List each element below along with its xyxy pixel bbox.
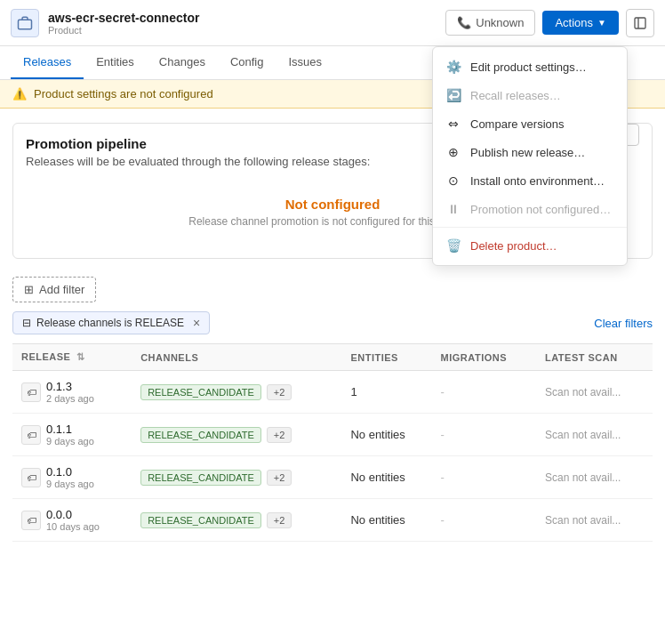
pause-icon: ⏸ [445, 202, 461, 216]
compare-icon: ⇔ [445, 117, 461, 131]
cell-release: 🏷 0.0.0 10 days ago [12, 499, 132, 542]
channel-badge: RELEASE_CANDIDATE [140, 512, 261, 528]
cell-entities: No entities [341, 414, 431, 456]
col-migrations: MIGRATIONS [432, 344, 536, 371]
menu-item-compare-versions[interactable]: ⇔Compare versions [433, 109, 627, 138]
table-row[interactable]: 🏷 0.1.1 9 days ago RELEASE_CANDIDATE+2No… [12, 414, 653, 456]
tab-releases[interactable]: Releases [11, 46, 84, 79]
channels-extra-badge: +2 [267, 512, 292, 528]
cell-latest-scan: Scan not avail... [536, 499, 653, 542]
cell-release: 🏷 0.1.0 9 days ago [12, 456, 132, 499]
clear-filters-button[interactable]: Clear filters [594, 317, 653, 330]
chevron-down-icon: ▼ [597, 18, 606, 28]
actions-button[interactable]: Actions ▼ [542, 11, 619, 35]
add-filter-button[interactable]: ⊞ Add filter [12, 277, 96, 302]
warning-icon: ⚠️ [12, 87, 27, 101]
sort-icon[interactable]: ⇅ [76, 351, 85, 362]
releases-table: RELEASE ⇅ CHANNELS ENTITIES MIGRATIONS L… [12, 343, 653, 542]
release-tag-icon: 🏷 [21, 382, 41, 402]
menu-item-edit-settings[interactable]: ⚙️Edit product settings… [433, 52, 627, 81]
cell-latest-scan: Scan not avail... [536, 371, 653, 414]
menu-item-label: Install onto environment… [470, 174, 605, 188]
product-name: aws-ecr-secret-connector [48, 11, 199, 25]
tab-config[interactable]: Config [218, 46, 276, 79]
filter-chip: ⊟ Release channels is RELEASE × [12, 311, 210, 334]
menu-item-delete-product[interactable]: 🗑️Delete product… [433, 231, 627, 260]
menu-item-publish-release[interactable]: ⊕Publish new release… [433, 138, 627, 166]
not-configured-label: Not configured [285, 197, 381, 212]
cell-migrations: - [432, 456, 536, 499]
sidebar-toggle-button[interactable] [626, 9, 654, 37]
unknown-label: Unknown [476, 16, 524, 29]
release-version: 0.1.3 [46, 380, 94, 393]
cell-channels: RELEASE_CANDIDATE+2 [132, 499, 341, 542]
filter-icon-small: ⊟ [22, 317, 31, 329]
cell-migrations: - [432, 414, 536, 456]
actions-dropdown-menu: ⚙️Edit product settings…↩️Recall release… [432, 46, 628, 266]
recall-icon: ↩️ [445, 88, 461, 102]
add-filter-label: Add filter [39, 283, 84, 296]
cell-channels: RELEASE_CANDIDATE+2 [132, 371, 341, 414]
actions-label: Actions [555, 16, 593, 29]
menu-item-promotion: ⏸Promotion not configured… [433, 195, 627, 223]
col-latest-scan: LATEST SCAN [536, 344, 653, 371]
svg-rect-0 [19, 20, 32, 29]
cell-migrations: - [432, 371, 536, 414]
cell-entities: 1 [341, 371, 431, 414]
product-icon [11, 9, 39, 37]
publish-icon: ⊕ [445, 145, 461, 159]
table-header-row: RELEASE ⇅ CHANNELS ENTITIES MIGRATIONS L… [12, 344, 653, 371]
menu-item-label: Promotion not configured… [470, 203, 611, 216]
svg-rect-1 [635, 18, 645, 28]
menu-item-recall-releases: ↩️Recall releases… [433, 81, 627, 109]
channels-extra-badge: +2 [267, 384, 292, 400]
release-tag-icon: 🏷 [21, 511, 41, 530]
filter-icon: ⊞ [24, 283, 34, 296]
table-row[interactable]: 🏷 0.0.0 10 days ago RELEASE_CANDIDATE+2N… [12, 499, 653, 542]
cell-migrations: - [432, 499, 536, 542]
menu-item-label: Recall releases… [470, 89, 561, 102]
release-version: 0.0.0 [46, 508, 100, 521]
filter-bar: ⊞ Add filter [12, 277, 653, 302]
gear-icon: ⚙️ [445, 60, 461, 74]
menu-item-label: Delete product… [470, 239, 557, 253]
product-subtitle: Product [48, 25, 199, 36]
table-row[interactable]: 🏷 0.1.3 2 days ago RELEASE_CANDIDATE+21-… [12, 371, 653, 414]
menu-divider [433, 227, 627, 228]
trash-icon: 🗑️ [445, 238, 461, 253]
install-icon: ⊙ [445, 173, 461, 188]
channel-badge: RELEASE_CANDIDATE [140, 470, 261, 486]
cell-release: 🏷 0.1.1 9 days ago [12, 414, 132, 456]
phone-icon: 📞 [457, 16, 471, 29]
release-date: 10 days ago [46, 521, 100, 532]
release-version: 0.1.0 [46, 465, 94, 479]
cell-latest-scan: Scan not avail... [536, 456, 653, 499]
tab-changes[interactable]: Changes [147, 46, 218, 79]
release-date: 9 days ago [46, 479, 94, 489]
unknown-button[interactable]: 📞 Unknown [445, 10, 535, 36]
release-date: 2 days ago [46, 393, 94, 404]
remove-filter-button[interactable]: × [193, 316, 200, 330]
tab-entities[interactable]: Entities [84, 46, 147, 79]
menu-item-install-env[interactable]: ⊙Install onto environment… [433, 166, 627, 195]
product-info: aws-ecr-secret-connector Product [48, 11, 199, 36]
alert-message: Product settings are not configured [34, 87, 213, 101]
col-entities: ENTITIES [341, 344, 431, 371]
channels-extra-badge: +2 [267, 470, 292, 486]
app-header: aws-ecr-secret-connector Product 📞 Unkno… [0, 0, 665, 46]
cell-channels: RELEASE_CANDIDATE+2 [132, 456, 341, 499]
cell-channels: RELEASE_CANDIDATE+2 [132, 414, 341, 456]
filter-text: Release channels is RELEASE [36, 317, 184, 329]
release-date: 9 days ago [46, 436, 94, 447]
release-tag-icon: 🏷 [21, 468, 41, 487]
menu-item-label: Edit product settings… [470, 60, 587, 74]
menu-item-label: Compare versions [470, 117, 565, 131]
header-right: 📞 Unknown Actions ▼ [445, 9, 654, 37]
table-row[interactable]: 🏷 0.1.0 9 days ago RELEASE_CANDIDATE+2No… [12, 456, 653, 499]
active-filters-bar: ⊟ Release channels is RELEASE × Clear fi… [12, 311, 653, 334]
channels-extra-badge: +2 [267, 427, 292, 443]
release-version: 0.1.1 [46, 423, 94, 436]
cell-entities: No entities [341, 456, 431, 499]
cell-entities: No entities [341, 499, 431, 542]
tab-issues[interactable]: Issues [276, 46, 334, 79]
